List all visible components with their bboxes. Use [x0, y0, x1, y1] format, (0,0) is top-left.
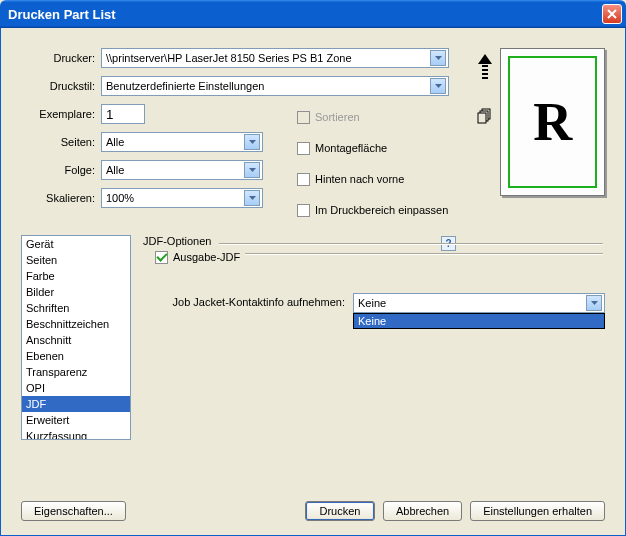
- collate-checkbox-row: Sortieren: [297, 107, 448, 127]
- chevron-down-icon: [244, 134, 260, 150]
- output-jdf-label: Ausgabe-JDF: [173, 251, 240, 263]
- fitarea-checkbox[interactable]: [297, 204, 310, 217]
- sequence-label: Folge:: [21, 164, 101, 176]
- page-preview: R: [500, 48, 605, 196]
- close-icon: [607, 9, 617, 19]
- title-bar: Drucken Part List: [0, 0, 626, 28]
- chevron-down-icon: [430, 50, 446, 66]
- spreads-checkbox[interactable]: [297, 142, 310, 155]
- copies-icon[interactable]: [477, 108, 493, 126]
- collate-label: Sortieren: [315, 111, 360, 123]
- output-jdf-row[interactable]: Ausgabe-JDF: [155, 247, 244, 267]
- backtofront-checkbox-row[interactable]: Hinten nach vorne: [297, 169, 448, 189]
- svg-rect-1: [482, 69, 488, 71]
- output-jdf-checkbox[interactable]: [155, 251, 168, 264]
- collate-checkbox: [297, 111, 310, 124]
- panes-listbox[interactable]: GerätSeitenFarbeBilderSchriftenBeschnitt…: [21, 235, 131, 440]
- dialog-body: Drucker: \\printserver\HP LaserJet 8150 …: [0, 28, 626, 536]
- close-button[interactable]: [602, 4, 622, 24]
- jobjacket-option[interactable]: Keine: [354, 314, 604, 328]
- spreads-label: Montagefläche: [315, 142, 387, 154]
- window-title: Drucken Part List: [8, 7, 602, 22]
- svg-rect-0: [482, 65, 488, 67]
- backtofront-label: Hinten nach vorne: [315, 173, 404, 185]
- copies-label: Exemplare:: [21, 108, 101, 120]
- svg-rect-6: [478, 113, 486, 123]
- fitarea-checkbox-row[interactable]: Im Druckbereich einpassen: [297, 200, 448, 220]
- printer-select[interactable]: \\printserver\HP LaserJet 8150 Series PS…: [101, 48, 449, 68]
- pane-item[interactable]: OPI: [22, 380, 130, 396]
- pages-label: Seiten:: [21, 136, 101, 148]
- chevron-down-icon: [244, 190, 260, 206]
- chevron-down-icon: [586, 295, 602, 311]
- sequence-select[interactable]: Alle: [101, 160, 263, 180]
- copies-input[interactable]: [101, 104, 145, 124]
- pane-item[interactable]: Seiten: [22, 252, 130, 268]
- scale-label: Skalieren:: [21, 192, 101, 204]
- jobjacket-label: Job Jacket-Kontaktinfo aufnehmen:: [143, 293, 345, 308]
- pane-item[interactable]: Beschnittzeichen: [22, 316, 130, 332]
- pane-item[interactable]: Farbe: [22, 268, 130, 284]
- chevron-down-icon: [430, 78, 446, 94]
- pane-item[interactable]: Bilder: [22, 284, 130, 300]
- printstyle-label: Druckstil:: [21, 80, 101, 92]
- jobjacket-select[interactable]: Keine: [353, 293, 605, 313]
- pane-item[interactable]: JDF: [22, 396, 130, 412]
- pane-item[interactable]: Schriften: [22, 300, 130, 316]
- svg-rect-2: [482, 73, 488, 75]
- orientation-icon[interactable]: [478, 54, 492, 86]
- pane-item[interactable]: Erweitert: [22, 412, 130, 428]
- properties-button[interactable]: Eigenschaften...: [21, 501, 126, 521]
- capture-settings-button[interactable]: Einstellungen erhalten: [470, 501, 605, 521]
- jobjacket-dropdown-list[interactable]: Keine: [353, 313, 605, 329]
- pages-select[interactable]: Alle: [101, 132, 263, 152]
- preview-glyph: R: [508, 56, 597, 188]
- backtofront-checkbox[interactable]: [297, 173, 310, 186]
- pane-item[interactable]: Kurzfassung: [22, 428, 130, 440]
- chevron-down-icon: [244, 162, 260, 178]
- spreads-checkbox-row[interactable]: Montagefläche: [297, 138, 448, 158]
- pane-item[interactable]: Ebenen: [22, 348, 130, 364]
- pane-item[interactable]: Transparenz: [22, 364, 130, 380]
- print-button[interactable]: Drucken: [305, 501, 375, 521]
- svg-rect-3: [482, 77, 488, 79]
- scale-select[interactable]: 100%: [101, 188, 263, 208]
- printer-label: Drucker:: [21, 52, 101, 64]
- printstyle-select[interactable]: Benutzerdefinierte Einstellungen: [101, 76, 449, 96]
- pane-item[interactable]: Anschnitt: [22, 332, 130, 348]
- fitarea-label: Im Druckbereich einpassen: [315, 204, 448, 216]
- pane-item[interactable]: Gerät: [22, 236, 130, 252]
- cancel-button[interactable]: Abbrechen: [383, 501, 462, 521]
